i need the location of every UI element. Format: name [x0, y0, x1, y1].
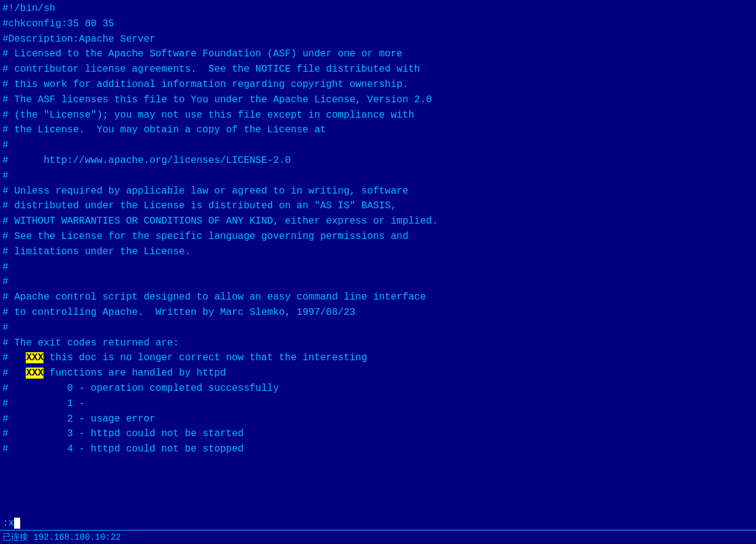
code-line: #Description:Apache Server [2, 32, 754, 47]
code-line: #!/bin/sh [2, 1, 754, 17]
code-line: # limitations under the License. [2, 244, 754, 260]
code-line: # this work for additional information r… [2, 77, 754, 93]
xxx-highlight: XXX [26, 352, 43, 363]
status-bar: 已连接 192.168.100.10:22 [0, 530, 756, 544]
code-line: # the License. You may obtain a copy of … [2, 123, 754, 138]
code-line: # 4 - httpd could not be stopped [2, 442, 754, 457]
code-line: # contributor license agreements. See th… [2, 62, 754, 77]
code-line: # The exit codes returned are: [2, 336, 754, 351]
code-line: #chkconfig:35 80 35 [2, 17, 754, 32]
code-line: # 1 - [2, 396, 754, 412]
code-line: # (the "License"); you may not use this … [2, 108, 754, 123]
code-line: # 0 - operation completed successfully [2, 381, 754, 396]
code-line: # [2, 320, 754, 336]
code-line: # [2, 274, 754, 290]
code-line: # XXX functions are handled by httpd [2, 366, 754, 381]
xxx-highlight: XXX [26, 368, 43, 379]
code-line: # 2 - usage error [2, 412, 754, 427]
code-line: # [2, 260, 754, 275]
code-line: # The ASF licenses this file to You unde… [2, 93, 754, 108]
connection-status: 已连接 192.168.100.10:22 [2, 532, 121, 542]
code-line: # See the License for the specific langu… [2, 229, 754, 244]
code-line: # Apache control script designed to allo… [2, 290, 754, 305]
code-editor[interactable]: #!/bin/sh#chkconfig:35 80 35#Description… [0, 0, 756, 518]
code-line: # http://www.apache.org/licenses/LICENSE… [2, 153, 754, 168]
code-line: # to controlling Apache. Written by Marc… [2, 305, 754, 320]
cursor [14, 518, 20, 529]
code-line: # [2, 168, 754, 184]
code-line: # WITHOUT WARRANTIES OR CONDITIONS OF AN… [2, 214, 754, 229]
code-line: # Unless required by applicable law or a… [2, 184, 754, 199]
command-text: :x [2, 518, 14, 529]
code-line: # 3 - httpd could not be started [2, 426, 754, 442]
code-line: # Licensed to the Apache Software Founda… [2, 47, 754, 62]
code-line: # distributed under the License is distr… [2, 198, 754, 214]
code-line: # XXX this doc is no longer correct now … [2, 350, 754, 366]
command-line: :x [0, 518, 756, 530]
code-line: # [2, 138, 754, 153]
